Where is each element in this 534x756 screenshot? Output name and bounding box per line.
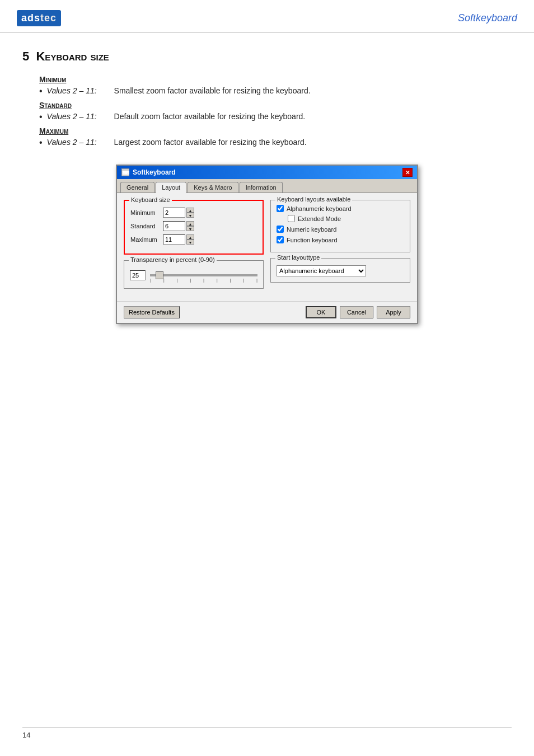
start-layout-label: Start layouttype: [275, 254, 321, 261]
transparency-slider-thumb[interactable]: [156, 271, 163, 279]
keyboard-layouts-label: Keyboard layouts available: [275, 196, 352, 203]
extended-mode-checkbox[interactable]: [288, 215, 295, 222]
bullet-dot: •: [39, 86, 43, 96]
dialog-app-icon: ⌨: [121, 168, 129, 176]
page-header: adstec Softkeyboard: [0, 0, 534, 32]
transparency-row: | | | | | | | | |: [130, 267, 257, 283]
transparency-group: Transparency in percent (0-90) |: [124, 260, 264, 289]
keyboard-size-group: Keyboard size Minimum ▲ ▼: [124, 200, 264, 255]
tab-general[interactable]: General: [120, 182, 154, 192]
alphanumeric-row: Alphanumeric keyboard: [277, 205, 404, 212]
minimum-values: Values 2 – 11:: [47, 86, 109, 95]
standard-spin-up[interactable]: ▲: [186, 221, 194, 226]
standard-values: Values 2 – 11:: [47, 112, 109, 121]
maximum-bullet: • Values 2 – 11: Largest zoom factor ava…: [39, 138, 512, 148]
softkeyboard-dialog: ⌨ Softkeyboard ✕ General Layout Keys & M…: [116, 165, 418, 324]
section-number: 5: [22, 49, 29, 63]
section-heading: Keyboard size: [36, 49, 109, 63]
minimum-field-label: Minimum: [130, 209, 163, 216]
standard-row: Standard ▲ ▼: [130, 221, 257, 231]
page-footer: 14: [22, 727, 512, 739]
maximum-row: Maximum ▲ ▼: [130, 234, 257, 245]
ok-button[interactable]: OK: [306, 306, 336, 318]
restore-defaults-button[interactable]: Restore Defaults: [124, 306, 180, 318]
transparency-slider-container: | | | | | | | | |: [150, 270, 257, 283]
page-number: 14: [22, 731, 30, 739]
minimum-desc: Smallest zoom factor available for resiz…: [114, 86, 311, 95]
minimum-row: Minimum ▲ ▼: [130, 208, 257, 218]
alphanumeric-checkbox-label: Alphanumeric keyboard: [287, 205, 352, 212]
transparency-label: Transparency in percent (0-90): [129, 256, 217, 263]
apply-button[interactable]: Apply: [377, 306, 410, 318]
footer-right-buttons: OK Cancel Apply: [306, 306, 410, 318]
bullet-dot-3: •: [39, 138, 43, 148]
function-checkbox-label: Function keyboard: [287, 237, 338, 243]
transparency-input[interactable]: [130, 270, 146, 280]
start-layout-select[interactable]: Alphanumeric keyboard Numeric keyboard F…: [277, 265, 366, 276]
keyboard-layouts-group: Keyboard layouts available Alphanumeric …: [270, 200, 410, 252]
numeric-checkbox-label: Numeric keyboard: [287, 226, 336, 233]
tab-keys-macro[interactable]: Keys & Macro: [188, 182, 238, 192]
term-minimum-heading: Minimum: [39, 75, 512, 84]
standard-field-label: Standard: [130, 223, 163, 229]
dialog-footer: Restore Defaults OK Cancel Apply: [117, 301, 417, 323]
logo-tec: tec: [40, 12, 57, 24]
maximum-spin-down[interactable]: ▼: [186, 240, 194, 245]
transparency-slider-ticks: | | | | | | | | |: [150, 278, 257, 283]
function-checkbox[interactable]: [277, 236, 284, 243]
start-layout-group: Start layouttype Alphanumeric keyboard N…: [270, 258, 410, 283]
dialog-tabs: General Layout Keys & Macro Information: [117, 179, 417, 193]
maximum-spinner[interactable]: ▲ ▼: [186, 234, 194, 245]
numeric-row: Numeric keyboard: [277, 226, 404, 233]
doc-text: Minimum • Values 2 – 11: Smallest zoom f…: [39, 75, 512, 148]
alphanumeric-checkbox[interactable]: [277, 205, 284, 212]
minimum-input[interactable]: [163, 208, 185, 218]
term-standard-heading: Standard: [39, 101, 512, 110]
standard-input[interactable]: [163, 221, 185, 231]
minimum-spin-down[interactable]: ▼: [186, 213, 194, 218]
dialog-wrapper: ⌨ Softkeyboard ✕ General Layout Keys & M…: [22, 165, 512, 324]
header-title: Softkeyboard: [458, 12, 517, 24]
standard-bullet: • Values 2 – 11: Default zoom factor ava…: [39, 112, 512, 122]
logo-ads: ads: [21, 12, 40, 24]
extended-mode-label: Extended Mode: [298, 215, 341, 222]
tab-layout[interactable]: Layout: [156, 182, 186, 193]
dialog-titlebar[interactable]: ⌨ Softkeyboard ✕: [117, 166, 417, 179]
numeric-checkbox[interactable]: [277, 226, 284, 233]
left-column: Keyboard size Minimum ▲ ▼: [124, 200, 264, 294]
standard-spin-down[interactable]: ▼: [186, 226, 194, 231]
maximum-spin-up[interactable]: ▲: [186, 234, 194, 240]
minimum-spin-up[interactable]: ▲: [186, 208, 194, 213]
maximum-desc: Largest zoom factor available for resizi…: [114, 138, 307, 147]
minimum-spinner[interactable]: ▲ ▼: [186, 208, 194, 218]
titlebar-left: ⌨ Softkeyboard: [121, 168, 176, 176]
transparency-slider-track: [150, 274, 257, 276]
standard-desc: Default zoom factor available for resizi…: [114, 112, 306, 121]
tab-information[interactable]: Information: [240, 182, 283, 192]
extended-mode-row: Extended Mode: [288, 215, 404, 222]
function-row: Function keyboard: [277, 236, 404, 243]
bullet-dot-2: •: [39, 112, 43, 122]
term-maximum-heading: Maximum: [39, 126, 512, 135]
maximum-values: Values 2 – 11:: [47, 138, 109, 147]
dialog-columns: Keyboard size Minimum ▲ ▼: [124, 200, 410, 294]
minimum-bullet: • Values 2 – 11: Smallest zoom factor av…: [39, 86, 512, 96]
section-title: 5 Keyboard size: [22, 49, 512, 64]
keyboard-size-label: Keyboard size: [129, 196, 172, 203]
right-column: Keyboard layouts available Alphanumeric …: [270, 200, 410, 294]
logo-box: adstec: [17, 10, 61, 26]
dialog-title: Softkeyboard: [133, 168, 176, 176]
maximum-input[interactable]: [163, 234, 185, 245]
start-layout-dropdown-row: Alphanumeric keyboard Numeric keyboard F…: [277, 265, 404, 276]
page-content: 5 Keyboard size Minimum • Values 2 – 11:…: [0, 32, 534, 346]
logo: adstec: [17, 10, 61, 26]
cancel-button[interactable]: Cancel: [340, 306, 373, 318]
standard-spinner[interactable]: ▲ ▼: [186, 221, 194, 231]
dialog-body: Keyboard size Minimum ▲ ▼: [117, 193, 417, 301]
dialog-close-button[interactable]: ✕: [402, 168, 413, 177]
maximum-field-label: Maximum: [130, 236, 163, 243]
